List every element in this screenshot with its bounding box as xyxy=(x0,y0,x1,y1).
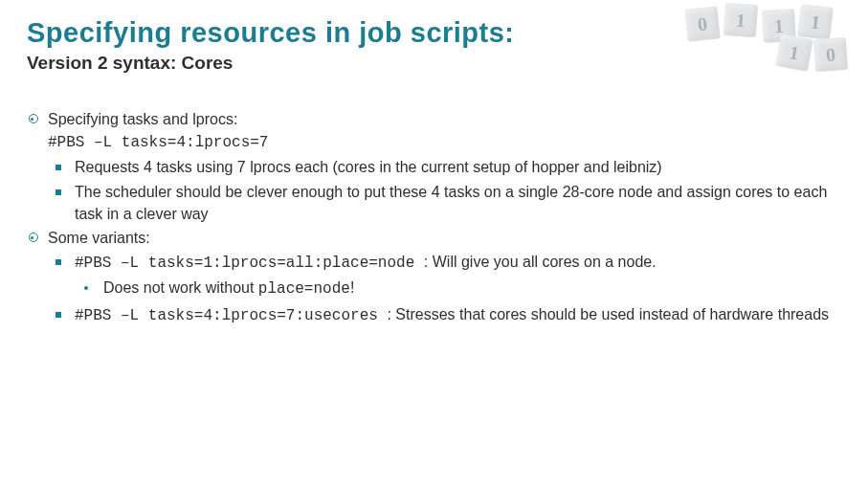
list-item: #PBS –L tasks=1:lprocs=all:place=node : … xyxy=(56,251,841,275)
slide: 0 1 1 1 1 0 Specifying resources in job … xyxy=(0,0,868,488)
bullet-square-icon xyxy=(56,181,75,202)
decorative-cubes: 0 1 1 1 1 0 xyxy=(682,4,855,71)
list-item: Some variants: xyxy=(29,227,841,249)
code-text: place=node xyxy=(258,280,350,298)
bullet-target-icon xyxy=(29,227,48,248)
inline-text: : Stresses that cores should be used ins… xyxy=(387,306,829,322)
list-text: #PBS –L tasks=1:lprocs=all:place=node : … xyxy=(75,251,841,275)
cube-icon: 1 xyxy=(775,33,812,71)
cube-icon: 1 xyxy=(723,3,758,37)
cube-icon: 1 xyxy=(797,4,834,40)
code-line: #PBS –L tasks=4:lprocs=7 xyxy=(29,132,841,154)
list-item: #PBS –L tasks=4:lprocs=7:usecores : Stre… xyxy=(56,303,841,327)
list-text: #PBS –L tasks=4:lprocs=7:usecores : Stre… xyxy=(75,303,841,327)
list-text: Some variants: xyxy=(48,227,841,249)
list-item: Does not work without place=node! xyxy=(84,277,841,300)
code-text: #PBS –L tasks=4:lprocs=7 xyxy=(48,132,841,154)
list-text: Specifying tasks and lprocs: xyxy=(48,108,841,130)
list-item: The scheduler should be clever enough to… xyxy=(56,181,841,225)
inline-text: Does not work without xyxy=(103,279,258,296)
code-text: #PBS –L tasks=1:lprocs=all:place=node xyxy=(75,255,424,272)
inline-text: : Will give you all cores on a node. xyxy=(424,254,657,270)
cube-icon: 0 xyxy=(813,37,848,72)
bullet-square-icon xyxy=(56,251,75,272)
list-item: Requests 4 tasks using 7 lprocs each (co… xyxy=(56,156,841,178)
bullet-square-icon xyxy=(56,303,75,324)
cube-icon: 0 xyxy=(684,6,720,41)
code-text: #PBS –L tasks=4:lprocs=7:usecores xyxy=(75,307,387,324)
bullet-dot-icon xyxy=(84,277,103,298)
bullet-target-icon xyxy=(29,108,48,129)
list-text: Does not work without place=node! xyxy=(103,277,841,300)
bullet-square-icon xyxy=(56,156,75,177)
content: Specifying tasks and lprocs: #PBS –L tas… xyxy=(27,108,841,327)
list-text: Requests 4 tasks using 7 lprocs each (co… xyxy=(75,156,841,178)
list-text: The scheduler should be clever enough to… xyxy=(75,181,841,225)
list-item: Specifying tasks and lprocs: xyxy=(29,108,841,130)
inline-text: ! xyxy=(350,279,354,296)
